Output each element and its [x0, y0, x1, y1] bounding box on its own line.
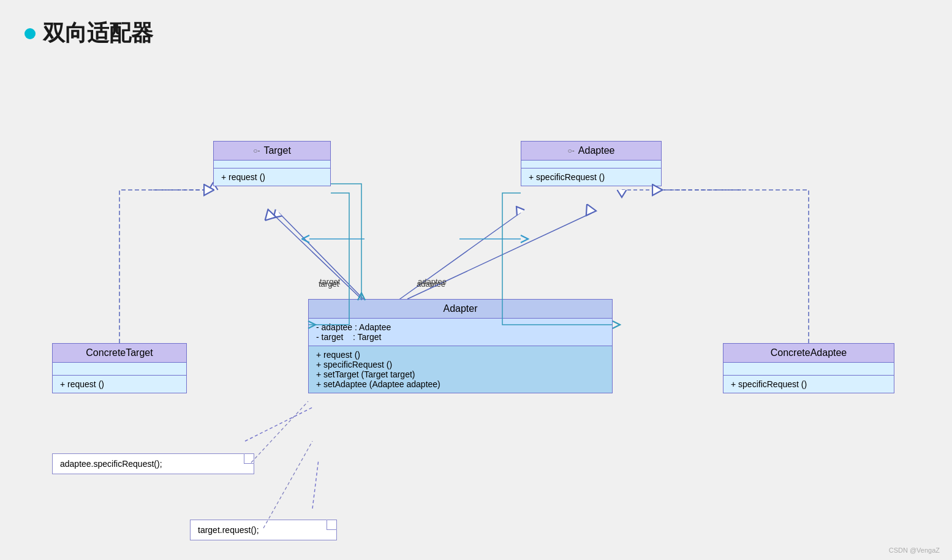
target-class-body	[214, 161, 330, 168]
adapter-class-name: Adapter	[443, 303, 477, 314]
concrete-target-name: ConcreteTarget	[86, 347, 153, 358]
concrete-target-class: ConcreteTarget + request ()	[52, 343, 187, 393]
concrete-target-header: ConcreteTarget	[53, 344, 186, 363]
adapter-class-body: - adaptee : Adaptee - target : Target	[309, 319, 612, 346]
target-class: ○- Target + request ()	[213, 141, 331, 186]
adaptee-interface-icon: ○-	[568, 146, 575, 155]
adapter-class-header: Adapter	[309, 300, 612, 319]
adapter-method-1: + request ()	[316, 350, 605, 360]
target-class-name: Target	[263, 145, 290, 156]
adaptee-method: + specificRequest ()	[529, 172, 605, 182]
adapter-field-1: - adaptee : Adaptee	[316, 322, 605, 332]
concrete-adaptee-body	[723, 363, 894, 375]
adapter-method-4: + setAdaptee (Adaptee adaptee)	[316, 379, 605, 389]
svg-line-13	[251, 401, 308, 463]
concrete-target-body	[53, 363, 186, 375]
concrete-adaptee-class: ConcreteAdaptee + specificRequest ()	[723, 343, 894, 393]
target-class-methods: + request ()	[214, 168, 330, 186]
adaptee-call-note: adaptee.specificRequest();	[52, 453, 254, 474]
concrete-adaptee-methods: + specificRequest ()	[723, 375, 894, 393]
adaptee-class-header: ○- Adaptee	[521, 142, 661, 161]
page: 双向适配器	[0, 0, 952, 560]
adaptee-call-text: adaptee.specificRequest();	[60, 459, 162, 469]
svg-line-11	[272, 213, 361, 299]
svg-line-7	[312, 460, 319, 509]
title-text: 双向适配器	[43, 18, 153, 48]
adapter-class-methods: + request () + specificRequest () + setT…	[309, 346, 612, 393]
adapter-field-2: - target : Target	[316, 332, 605, 342]
target-call-text: target.request();	[198, 525, 259, 535]
target-call-note: target.request();	[190, 520, 337, 540]
target-label-overlay: target	[320, 277, 340, 286]
concrete-target-methods: + request ()	[53, 375, 186, 393]
svg-line-14	[263, 441, 312, 528]
diagram: ○- Target + request () ○- Adaptee + spec…	[18, 61, 934, 548]
adaptee-class: ○- Adaptee + specificRequest ()	[521, 141, 662, 186]
adapter-method-2: + specificRequest ()	[316, 360, 605, 369]
watermark: CSDN @VengaZ	[889, 547, 940, 554]
adapter-method-3: + setTarget (Target target)	[316, 369, 605, 379]
target-interface-icon: ○-	[253, 146, 260, 155]
title-dot	[25, 28, 36, 39]
concrete-target-method: + request ()	[60, 379, 104, 389]
adapter-class: Adapter - adaptee : Adaptee - target : T…	[308, 299, 613, 393]
target-method: + request ()	[221, 172, 265, 182]
adaptee-class-methods: + specificRequest ()	[521, 168, 661, 186]
concrete-adaptee-method: + specificRequest ()	[731, 379, 807, 389]
title-area: 双向适配器	[0, 0, 952, 61]
target-class-header: ○- Target	[214, 142, 330, 161]
adaptee-class-name: Adaptee	[578, 145, 615, 156]
svg-line-6	[245, 407, 312, 441]
concrete-adaptee-header: ConcreteAdaptee	[723, 344, 894, 363]
concrete-adaptee-name: ConcreteAdaptee	[771, 347, 847, 358]
adaptee-label-overlay: adaptee	[418, 277, 447, 286]
adaptee-class-body	[521, 161, 661, 168]
